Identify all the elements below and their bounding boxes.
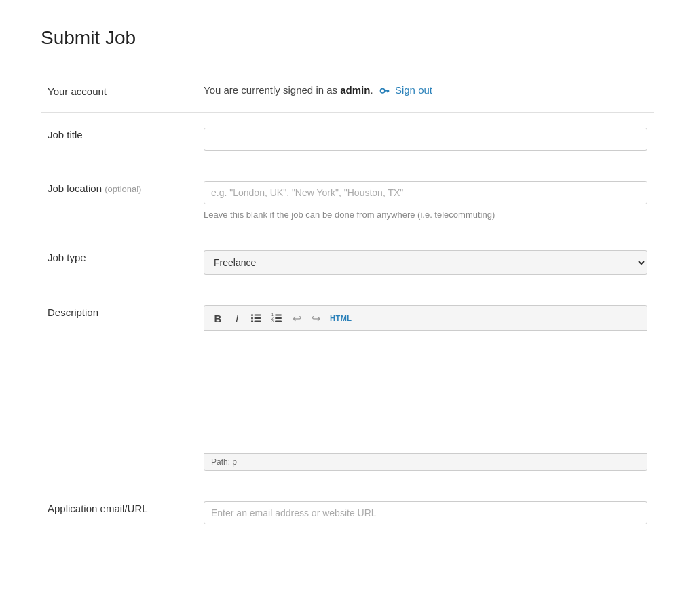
svg-rect-7: [255, 317, 261, 319]
svg-point-8: [251, 320, 253, 322]
svg-text:3.: 3.: [271, 319, 274, 323]
job-title-label: Job title: [48, 129, 83, 140]
account-text: You are currently signed in as admin. Si…: [204, 69, 432, 96]
svg-rect-11: [275, 315, 282, 316]
undo-button[interactable]: ↩: [288, 310, 305, 326]
editor-path: Path: p: [211, 457, 237, 467]
job-location-hint: Leave this blank if the job can be done …: [204, 210, 647, 220]
application-email-input[interactable]: [204, 501, 647, 524]
submit-job-form: Your account You are currently signed in…: [41, 69, 654, 539]
account-label: Your account: [48, 85, 107, 97]
job-title-input[interactable]: [204, 128, 647, 151]
redo-button[interactable]: ↪: [307, 310, 324, 326]
svg-rect-9: [255, 321, 261, 322]
description-editor: B I: [204, 305, 647, 471]
sign-out-link[interactable]: Sign out: [395, 84, 432, 96]
job-title-row: Job title: [41, 113, 654, 166]
editor-footer: Path: p: [204, 453, 647, 470]
job-type-label: Job type: [48, 252, 86, 263]
italic-button[interactable]: I: [229, 310, 245, 326]
html-button[interactable]: HTML: [326, 310, 356, 326]
job-type-select[interactable]: Full time Part time Freelance Contract I…: [204, 250, 647, 275]
job-location-input[interactable]: [204, 181, 647, 204]
svg-rect-15: [275, 321, 282, 322]
unordered-list-button[interactable]: [248, 310, 265, 326]
editor-toolbar: B I: [204, 306, 647, 331]
job-type-row: Job type Full time Part time Freelance C…: [41, 235, 654, 290]
account-text-prefix: You are currently signed in as: [204, 84, 340, 96]
account-row: Your account You are currently signed in…: [41, 69, 654, 113]
svg-rect-5: [255, 315, 261, 316]
description-row: Description B I: [41, 290, 654, 486]
job-location-row: Job location (optional) Leave this blank…: [41, 166, 654, 235]
bold-button[interactable]: B: [210, 310, 226, 326]
svg-point-4: [251, 314, 253, 316]
svg-rect-13: [275, 317, 282, 319]
job-location-label: Job location: [48, 182, 102, 194]
key-icon: [379, 85, 390, 96]
svg-point-6: [251, 317, 253, 320]
job-location-optional: (optional): [105, 184, 141, 194]
application-email-row: Application email/URL: [41, 486, 654, 540]
ordered-list-button[interactable]: 1. 2. 3.: [268, 310, 286, 326]
description-label: Description: [48, 307, 98, 318]
page-title: Submit Job: [41, 27, 654, 49]
application-email-label: Application email/URL: [48, 503, 148, 514]
account-text-suffix: .: [370, 84, 373, 96]
description-content[interactable]: [204, 331, 647, 453]
ul-icon: [251, 313, 262, 323]
svg-point-0: [380, 89, 384, 93]
ol-icon: 1. 2. 3.: [271, 313, 282, 323]
account-username: admin: [340, 84, 370, 96]
